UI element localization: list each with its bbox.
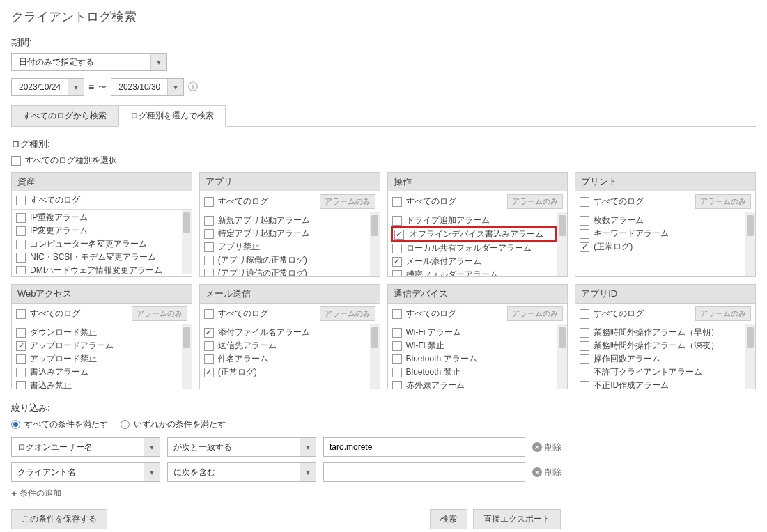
log-type-item[interactable]: 添付ファイル名アラーム	[203, 326, 370, 339]
log-type-item[interactable]: アップロード禁止	[15, 352, 182, 366]
log-type-item[interactable]: メール添付アラーム	[391, 255, 558, 268]
item-checkbox[interactable]	[580, 341, 589, 351]
add-condition-button[interactable]: + 条件の追加	[11, 487, 756, 499]
chevron-down-icon[interactable]: ▾	[151, 54, 166, 70]
filter-value-input[interactable]	[323, 462, 525, 482]
log-type-item[interactable]: (正常ログ)	[578, 240, 745, 253]
scrollbar-thumb[interactable]	[371, 327, 378, 348]
log-type-item[interactable]: 不正ID作成アラーム	[578, 379, 745, 389]
log-type-item[interactable]: 新規アプリ起動アラーム	[203, 214, 370, 227]
log-type-item[interactable]: 機密フォルダーアラーム	[391, 268, 558, 276]
item-checkbox[interactable]	[204, 341, 214, 351]
log-type-item[interactable]: 特定アプリ起動アラーム	[203, 227, 370, 240]
log-type-item[interactable]: Wi-Fi 禁止	[391, 339, 558, 352]
filter-op-select[interactable]: が次と一致する▾	[167, 437, 316, 457]
period-mode-select[interactable]: 日付のみで指定する ▾	[11, 53, 167, 71]
item-checkbox[interactable]	[204, 368, 214, 377]
alarm-only-button[interactable]: アラームのみ	[320, 194, 375, 209]
log-type-item[interactable]: DMIハードウェア情報変更アラーム	[15, 264, 182, 274]
item-checkbox[interactable]	[16, 354, 26, 364]
scrollbar-thumb[interactable]	[559, 327, 566, 348]
category-all-checkbox[interactable]	[204, 197, 214, 207]
item-checkbox[interactable]	[204, 328, 214, 338]
item-checkbox[interactable]	[16, 253, 26, 263]
filter-field-select[interactable]: クライアント名▾	[11, 462, 160, 482]
chevron-down-icon[interactable]: ▾	[300, 438, 316, 456]
item-checkbox[interactable]	[392, 244, 402, 253]
scrollbar-thumb[interactable]	[559, 215, 566, 236]
log-type-item[interactable]: 書込みアラーム	[15, 366, 182, 379]
scrollbar-thumb[interactable]	[183, 327, 190, 348]
log-type-item[interactable]: Bluetooth アラーム	[391, 352, 558, 366]
item-checkbox[interactable]	[392, 270, 402, 277]
log-type-item[interactable]: 枚数アラーム	[578, 214, 745, 227]
radio-all-conditions[interactable]	[11, 420, 20, 429]
scrollbar-thumb[interactable]	[183, 212, 190, 233]
log-type-item[interactable]: 不許可クライアントアラーム	[578, 366, 745, 379]
log-type-item[interactable]: アップロードアラーム	[15, 339, 182, 352]
search-button[interactable]: 検索	[430, 509, 467, 529]
log-type-item[interactable]: (正常ログ)	[203, 366, 370, 379]
item-checkbox[interactable]	[204, 354, 214, 364]
item-checkbox[interactable]	[204, 242, 214, 252]
scrollbar-thumb[interactable]	[747, 327, 754, 348]
item-checkbox[interactable]	[204, 229, 214, 239]
log-type-item[interactable]: ダウンロード禁止	[15, 326, 182, 339]
item-checkbox[interactable]	[580, 328, 589, 338]
log-type-item[interactable]: オフラインデバイス書込みアラーム	[391, 226, 558, 242]
item-checkbox[interactable]	[16, 240, 26, 249]
chevron-down-icon[interactable]: ▾	[144, 438, 160, 456]
tab-by-type[interactable]: ログ種別を選んで検索	[118, 105, 226, 127]
scrollbar[interactable]	[182, 210, 192, 274]
alarm-only-button[interactable]: アラームのみ	[507, 306, 563, 321]
log-type-item[interactable]: アプリ禁止	[203, 240, 370, 253]
scrollbar[interactable]	[370, 324, 380, 389]
log-type-item[interactable]: 送信先アラーム	[203, 339, 370, 352]
radio-any-condition[interactable]	[121, 420, 130, 429]
item-checkbox[interactable]	[392, 216, 402, 226]
item-checkbox[interactable]	[392, 257, 402, 267]
item-checkbox[interactable]	[204, 216, 214, 226]
date-from-select[interactable]: 2023/10/24 ▾	[11, 78, 84, 96]
delete-filter-button[interactable]: ✕削除	[532, 467, 561, 478]
log-type-item[interactable]: (アプリ稼働の正常ログ)	[203, 253, 370, 267]
item-checkbox[interactable]	[16, 341, 26, 351]
category-all-checkbox[interactable]	[392, 197, 402, 207]
category-all-checkbox[interactable]	[16, 309, 26, 319]
category-all-checkbox[interactable]	[392, 309, 402, 319]
scrollbar-thumb[interactable]	[371, 215, 378, 236]
scrollbar-thumb[interactable]	[747, 215, 754, 236]
log-type-item[interactable]: 赤外線アラーム	[391, 379, 558, 389]
alarm-only-button[interactable]: アラームのみ	[507, 194, 563, 209]
chevron-down-icon[interactable]: ▾	[300, 463, 316, 481]
log-type-item[interactable]: コンピューター名変更アラーム	[15, 237, 182, 251]
item-checkbox[interactable]	[580, 381, 589, 389]
filter-value-input[interactable]	[323, 437, 525, 457]
item-checkbox[interactable]	[16, 266, 26, 274]
item-checkbox[interactable]	[204, 256, 214, 265]
item-checkbox[interactable]	[16, 328, 26, 338]
log-type-item[interactable]: ローカル共有フォルダーアラーム	[391, 242, 558, 255]
category-all-checkbox[interactable]	[580, 309, 589, 319]
list-icon[interactable]: ≡	[88, 81, 94, 93]
category-all-checkbox[interactable]	[204, 309, 214, 319]
alarm-only-button[interactable]: アラームのみ	[695, 194, 751, 209]
item-checkbox[interactable]	[16, 381, 26, 389]
item-checkbox[interactable]	[392, 354, 402, 364]
date-to-select[interactable]: 2023/10/30 ▾	[111, 78, 184, 96]
item-checkbox[interactable]	[580, 354, 589, 364]
log-type-item[interactable]: Bluetooth 禁止	[391, 366, 558, 379]
delete-filter-button[interactable]: ✕削除	[532, 441, 561, 453]
alarm-only-button[interactable]: アラームのみ	[132, 306, 187, 321]
item-checkbox[interactable]	[392, 328, 402, 338]
chevron-down-icon[interactable]: ▾	[168, 79, 183, 95]
item-checkbox[interactable]	[394, 230, 404, 240]
log-type-item[interactable]: ドライブ追加アラーム	[391, 214, 558, 227]
log-type-item[interactable]: IP変更アラーム	[15, 224, 182, 237]
item-checkbox[interactable]	[392, 381, 402, 389]
log-type-item[interactable]: NIC・SCSI・モデム変更アラーム	[15, 251, 182, 264]
item-checkbox[interactable]	[16, 213, 26, 223]
scrollbar[interactable]	[182, 324, 192, 389]
item-checkbox[interactable]	[392, 368, 402, 377]
item-checkbox[interactable]	[392, 341, 402, 351]
